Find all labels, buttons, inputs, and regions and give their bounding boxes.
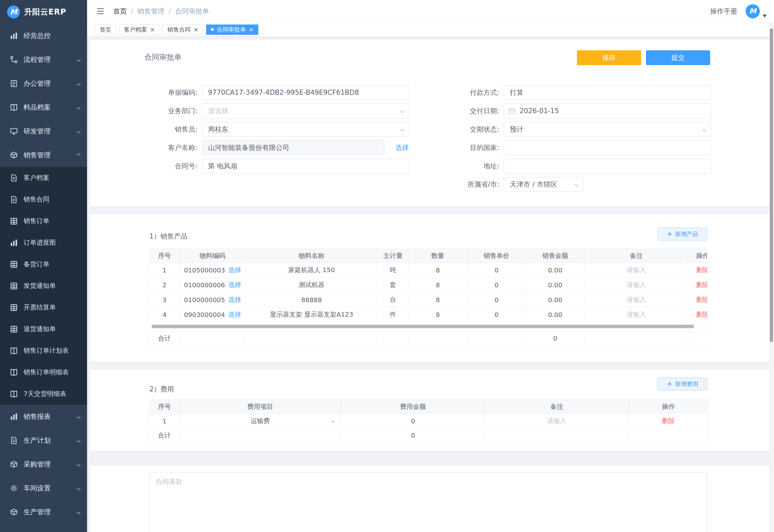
sidebar-item-materials-archive[interactable]: 料品档案 <box>0 95 87 119</box>
address-field[interactable] <box>504 159 711 173</box>
box-icon <box>10 460 18 468</box>
sidebar-item-seven-day-delivery[interactable]: 7天交货明细表 <box>0 383 87 405</box>
note-cell[interactable]: 请输入 <box>585 292 688 307</box>
note-cell[interactable]: 请输入 <box>585 307 688 322</box>
note-cell[interactable]: 请输入 <box>485 414 629 429</box>
destination-country-field[interactable] <box>504 140 711 155</box>
fees-table: 序号费用项目费用金额备注操作1运输费0请输入删除合计0 <box>149 399 709 442</box>
fee-amount-cell[interactable]: 0 <box>341 414 485 429</box>
address-input[interactable] <box>504 162 711 170</box>
qty-cell[interactable]: 8 <box>409 263 467 278</box>
sidebar-item-rd-mgmt[interactable]: 研发管理 <box>0 119 87 143</box>
column-header: 销售金额 <box>526 249 585 263</box>
products-table: 序号物料编码物料名称主计量数量销售单价销售金额备注操作10105000003选择… <box>149 249 707 322</box>
select-material-link[interactable]: 选择 <box>228 295 241 304</box>
doc-code-input[interactable] <box>202 89 409 96</box>
hamburger-icon[interactable] <box>96 7 105 15</box>
customer-name-field[interactable] <box>202 140 384 155</box>
sidebar-item-sales-order-detail[interactable]: 销售订单明细表 <box>0 361 87 383</box>
payment-method-field[interactable] <box>504 85 711 100</box>
sidebar-item-production-plan[interactable]: 生产计划 <box>0 429 87 452</box>
note-cell[interactable]: 请输入 <box>585 278 688 292</box>
action-cell: 删除 <box>688 307 707 322</box>
contract-no-input[interactable] <box>202 162 409 170</box>
column-header: 销售单价 <box>467 249 526 263</box>
select-material-link[interactable]: 选择 <box>228 281 241 289</box>
form-row-payment-method: 付款方式: <box>412 85 711 100</box>
contract-terms-textarea[interactable] <box>149 472 707 532</box>
sidebar-item-workshop-settings[interactable]: 车间设置 <box>0 476 87 500</box>
sidebar-item-order-progress[interactable]: 订单进度图 <box>0 232 87 253</box>
fee-item-cell[interactable]: 运输费 <box>180 414 341 429</box>
breadcrumb-item[interactable]: 销售管理 <box>137 7 164 16</box>
tab-sales-contract[interactable]: 销售合同× <box>163 25 203 35</box>
salesperson-field[interactable]: 周桂东 <box>202 122 409 137</box>
delivery-date-field[interactable] <box>504 103 711 118</box>
sidebar-item-customer-archive[interactable]: 客户档案 <box>0 167 87 189</box>
breadcrumb-item[interactable]: 首页 <box>113 7 127 16</box>
province-city-field[interactable]: 天津市 / 市辖区 <box>504 177 583 192</box>
destination-country-input[interactable] <box>504 144 711 152</box>
delivery-date-input[interactable] <box>504 107 711 115</box>
horizontal-scrollbar[interactable] <box>152 325 694 328</box>
price-cell[interactable]: 0 <box>467 278 526 292</box>
sidebar-item-label: 开票结算单 <box>24 303 56 312</box>
sidebar-item-delivery-notice[interactable]: 发货通知单 <box>0 275 87 297</box>
price-cell[interactable]: 0 <box>467 263 526 278</box>
sidebar-item-sales-contract[interactable]: 销售合同 <box>0 189 87 210</box>
sidebar-item-return-notice[interactable]: 退货通知单 <box>0 318 87 340</box>
doc-code-field[interactable] <box>202 85 409 100</box>
sidebar-item-sales-mgmt[interactable]: 销售管理 <box>0 143 87 167</box>
qty-cell[interactable]: 8 <box>409 307 467 322</box>
manual-link[interactable]: 操作手册 <box>710 7 737 16</box>
customer-name-input[interactable] <box>202 144 384 152</box>
payment-method-input[interactable] <box>504 89 711 96</box>
add-product-button[interactable]: + 新增产品 <box>658 228 707 241</box>
form-left-column: 单据编码:业务部门:请选择销售员:周桂东客户名称:选择合同号: <box>110 85 409 177</box>
sidebar-item-production-mgmt[interactable]: 生产管理 <box>0 500 87 524</box>
close-tab-icon[interactable]: × <box>193 27 198 33</box>
tab-home[interactable]: 首页 <box>95 25 116 35</box>
tab-customer-archive[interactable]: 客户档案× <box>119 25 160 35</box>
add-fee-button[interactable]: + 新增费用 <box>658 378 707 390</box>
close-tab-icon[interactable]: × <box>249 27 253 33</box>
delete-row-link[interactable]: 删除 <box>696 310 708 319</box>
sidebar-item-label: 退货通知单 <box>24 325 56 333</box>
sidebar-item-process-mgmt[interactable]: 流程管理 <box>0 48 87 72</box>
customer-name-select-link[interactable]: 选择 <box>395 143 409 152</box>
sidebar-item-outsource-mgmt[interactable]: 委外管理 <box>0 524 87 532</box>
note-cell[interactable]: 请输入 <box>585 263 688 278</box>
delete-row-link[interactable]: 删除 <box>662 417 675 425</box>
vertical-scrollbar[interactable] <box>770 28 773 342</box>
submit-button[interactable]: 提交 <box>646 50 710 65</box>
delete-row-link[interactable]: 删除 <box>696 281 708 289</box>
avatar-caret-icon[interactable] <box>762 15 767 17</box>
select-material-link[interactable]: 选择 <box>228 266 241 274</box>
qty-cell[interactable]: 8 <box>409 292 467 307</box>
delete-row-link[interactable]: 删除 <box>696 295 708 304</box>
sidebar-item-invoice-settlement[interactable]: 开票结算单 <box>0 297 87 318</box>
chart-bar-icon <box>10 239 18 247</box>
tab-contract-approval[interactable]: 合同审批单× <box>206 25 258 35</box>
sidebar-item-sales-report[interactable]: 销售报表 <box>0 405 87 429</box>
price-cell[interactable]: 0 <box>467 307 526 322</box>
sidebar-item-business-overview[interactable]: 经营总控 <box>0 24 87 48</box>
avatar[interactable]: M <box>746 4 760 18</box>
product-row: 40903000004选择显示器支架 显示器支架A123件800.00请输入删除 <box>150 307 707 322</box>
sidebar-item-sales-order[interactable]: 销售订单 <box>0 210 87 232</box>
price-cell[interactable]: 0 <box>467 292 526 307</box>
sidebar-item-sales-order-plan[interactable]: 销售订单计划表 <box>0 340 87 361</box>
contract-no-field[interactable] <box>202 159 409 173</box>
sidebar-item-purchase-mgmt[interactable]: 采购管理 <box>0 452 87 476</box>
close-tab-icon[interactable]: × <box>150 27 155 33</box>
sidebar-item-stockup-order[interactable]: 备货订单 <box>0 253 87 275</box>
select-material-link[interactable]: 选择 <box>228 310 241 319</box>
material-name-cell: 家庭机器人 150 <box>246 263 378 278</box>
qty-cell[interactable]: 8 <box>409 278 467 292</box>
delivery-status-field[interactable]: 预计 <box>504 122 711 137</box>
save-button[interactable]: 保存 <box>577 50 641 65</box>
business-dept-field[interactable]: 请选择 <box>202 103 409 118</box>
sidebar-item-office-mgmt[interactable]: 办公管理 <box>0 72 87 95</box>
form-row-province-city: 所属省/市:天津市 / 市辖区 <box>412 177 711 192</box>
delete-row-link[interactable]: 删除 <box>696 266 708 274</box>
